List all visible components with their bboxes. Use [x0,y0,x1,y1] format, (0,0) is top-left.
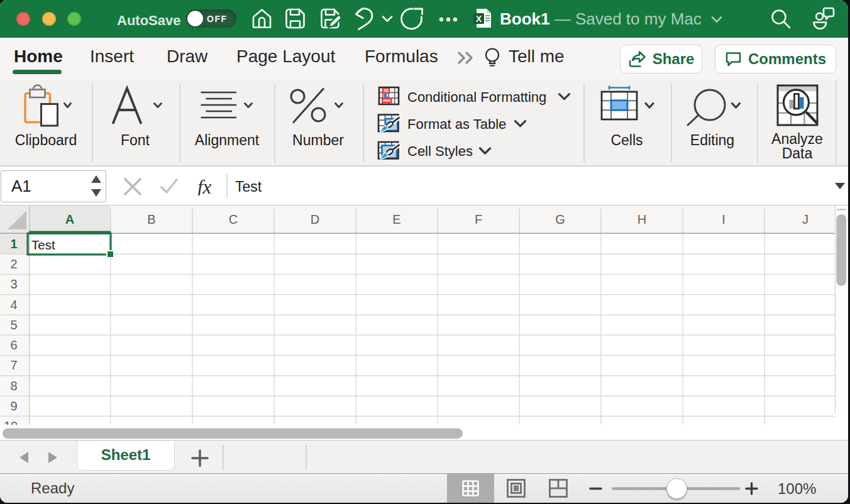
svg-text:fx: fx [197,178,212,195]
svg-text:7: 7 [10,358,17,372]
svg-text:2: 2 [10,257,17,271]
svg-text:8: 8 [10,379,17,393]
svg-text:6: 6 [10,338,17,352]
svg-text:X: X [476,14,482,24]
svg-text:F: F [475,212,482,226]
svg-text:E: E [392,212,400,226]
svg-text:B: B [147,212,155,226]
svg-text:D: D [311,212,319,226]
svg-text:4: 4 [10,298,17,312]
svg-text:J: J [802,212,809,226]
svg-text:Test: Test [31,238,55,252]
svg-text:9: 9 [10,399,17,413]
svg-text:C: C [229,212,238,226]
svg-text:H: H [638,212,646,226]
svg-text:I: I [722,212,726,226]
svg-text:5: 5 [10,318,17,332]
svg-text:1: 1 [10,237,17,251]
svg-text:A: A [65,212,74,226]
svg-text:G: G [555,212,565,226]
svg-text:3: 3 [10,277,17,291]
